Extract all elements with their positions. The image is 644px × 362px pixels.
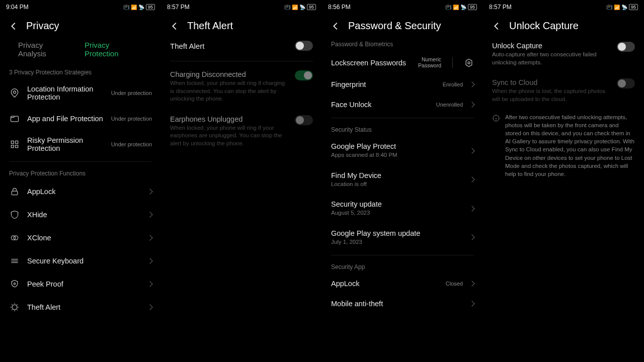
row-title: XHide xyxy=(27,211,141,219)
row-title: Fingerprint xyxy=(331,80,436,88)
back-icon[interactable] xyxy=(8,21,19,32)
section-label-functions: Privacy Protection Functions xyxy=(0,165,161,180)
status-icons: 📳 📶 📡 95 xyxy=(606,4,638,10)
row-title: Google Play Protect xyxy=(331,142,463,150)
strategy-permission[interactable]: Risky Permission Protection Under protec… xyxy=(0,130,161,158)
security-update-row[interactable]: Security update August 5, 2023 xyxy=(322,194,483,223)
folder-icon xyxy=(9,113,20,124)
play-protect-row[interactable]: Google Play Protect Apps scanned at 8:40… xyxy=(322,136,483,165)
chevron-right-icon xyxy=(469,206,474,211)
statusbar: 8:56 PM 📳 📶 📡 95 xyxy=(322,0,483,14)
face-unlock-row[interactable]: Face Unlock Unenrolled xyxy=(322,95,483,115)
row-title: Find My Device xyxy=(331,171,463,179)
row-title: Face Unlock xyxy=(331,101,429,109)
toggle[interactable] xyxy=(295,41,313,51)
theft-alert-toggle-row[interactable]: Theft Alert xyxy=(161,36,322,58)
svg-rect-3 xyxy=(16,141,18,143)
header: Unlock Capture xyxy=(483,14,644,36)
svg-rect-1 xyxy=(11,116,19,122)
unlock-capture-toggle-row[interactable]: Unlock Capture Auto-capture after two co… xyxy=(483,36,644,72)
row-title: Charging Disconnected xyxy=(170,70,288,78)
chevron-right-icon xyxy=(469,102,474,107)
clock: 8:57 PM xyxy=(489,4,512,11)
svg-point-11 xyxy=(468,61,470,63)
svg-rect-4 xyxy=(11,145,14,148)
function-keyboard[interactable]: Secure Keyboard xyxy=(0,249,161,273)
function-peekproof[interactable]: Peek Proof xyxy=(0,273,161,296)
tab-analysis[interactable]: Privacy Analysis xyxy=(18,41,70,58)
row-status: Closed xyxy=(446,281,463,287)
find-my-device-row[interactable]: Find My Device Location is off xyxy=(322,165,483,195)
back-icon[interactable] xyxy=(330,21,341,32)
header: Password & Security xyxy=(322,14,483,36)
toggle[interactable] xyxy=(295,70,313,80)
tab-protection[interactable]: Privacy Protection xyxy=(85,41,143,58)
lock-icon xyxy=(9,186,20,197)
theft-alert-screen: 8:57 PM 📳 📶 📡 95 Theft Alert Theft Alert… xyxy=(161,0,322,362)
row-status: Enrolled xyxy=(443,81,463,87)
eye-shield-icon xyxy=(9,279,20,290)
chevron-right-icon xyxy=(469,81,474,87)
toggle[interactable] xyxy=(295,115,313,125)
play-system-update-row[interactable]: Google Play system update July 1, 2023 xyxy=(322,223,483,252)
mobile-antitheft-row[interactable]: Mobile anti-theft xyxy=(322,294,483,314)
signal-icon: 📶 xyxy=(131,5,137,10)
keyboard-icon xyxy=(9,255,20,266)
row-status: Under protection xyxy=(111,116,152,122)
chevron-right-icon xyxy=(469,148,474,153)
clock: 8:56 PM xyxy=(328,4,351,11)
toggle[interactable] xyxy=(617,42,635,52)
earphones-unplugged-row[interactable]: Earphones Unplugged When locked, your ph… xyxy=(161,109,322,154)
row-sub: July 1, 2023 xyxy=(331,238,463,246)
battery-icon: 95 xyxy=(146,4,155,10)
header: Theft Alert xyxy=(161,14,322,36)
lockscreen-passwords-row[interactable]: Lockscreen Passwords NumericPassword xyxy=(322,51,483,74)
section-label-strategies: 3 Privacy Protection Strategies xyxy=(0,64,161,79)
row-status: Under protection xyxy=(111,90,152,96)
fingerprint-row[interactable]: Fingerprint Enrolled xyxy=(322,74,483,95)
wifi-icon: 📡 xyxy=(299,5,305,10)
row-title: Unlock Capture xyxy=(492,42,610,50)
status-icons: 📳 📶 📡 95 xyxy=(445,4,477,10)
strategy-location[interactable]: Location Information Protection Under pr… xyxy=(0,79,161,107)
signal-icon: 📶 xyxy=(292,5,298,10)
divider xyxy=(331,255,474,255)
signal-icon: 📶 xyxy=(614,5,620,10)
page-title: Privacy xyxy=(26,20,59,32)
row-title: Lockscreen Passwords xyxy=(331,59,411,67)
row-title: Secure Keyboard xyxy=(27,257,141,265)
applock-row[interactable]: AppLock Closed xyxy=(322,274,483,294)
charging-disconnected-row[interactable]: Charging Disconnected When locked, your … xyxy=(161,64,322,109)
row-title: Theft Alert xyxy=(170,42,204,50)
section-security-status: Security Status xyxy=(322,121,483,136)
row-title: Risky Permission Protection xyxy=(27,136,104,152)
clock: 9:04 PM xyxy=(6,4,29,11)
sync-cloud-toggle-row: Sync to Cloud When the phone is lost, th… xyxy=(483,72,644,109)
function-xhide[interactable]: XHide xyxy=(0,203,161,226)
svg-rect-6 xyxy=(12,191,18,195)
info-note: After two consecutive failed unlocking a… xyxy=(483,109,644,182)
statusbar: 9:04 PM 📳 📶 📡 95 xyxy=(0,0,161,14)
toggle xyxy=(617,78,635,88)
function-xclone[interactable]: XClone xyxy=(0,226,161,249)
divider xyxy=(170,61,313,61)
strategy-app-file[interactable]: App and File Protection Under protection xyxy=(0,107,161,130)
function-applock[interactable]: AppLock xyxy=(0,180,161,203)
back-icon[interactable] xyxy=(491,21,502,32)
function-theft[interactable]: Theft Alert xyxy=(0,296,161,319)
row-title: Location Information Protection xyxy=(27,85,104,101)
chevron-right-icon xyxy=(147,258,152,263)
chevron-right-icon xyxy=(469,281,474,286)
settings-hex-icon[interactable] xyxy=(464,58,474,68)
row-sub: When locked, your phone will ring if cha… xyxy=(170,79,288,103)
password-security-screen: 8:56 PM 📳 📶 📡 95 Password & Security Pas… xyxy=(322,0,483,362)
tabs: Privacy Analysis Privacy Protection xyxy=(0,36,161,64)
location-icon xyxy=(9,87,20,99)
vibrate-icon: 📳 xyxy=(123,5,129,10)
chevron-right-icon xyxy=(147,304,152,310)
chevron-right-icon xyxy=(469,235,474,240)
battery-icon: 95 xyxy=(307,4,316,10)
row-title: Sync to Cloud xyxy=(492,78,610,86)
row-title: Theft Alert xyxy=(27,303,141,311)
back-icon[interactable] xyxy=(169,21,180,32)
